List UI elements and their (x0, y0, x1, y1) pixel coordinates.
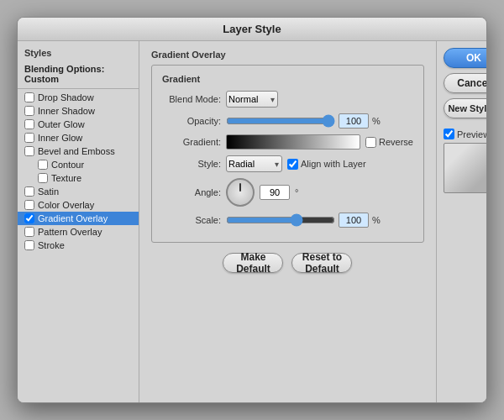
scale-slider[interactable] (226, 214, 335, 226)
align-layer-text: Align with Layer (301, 159, 366, 169)
sidebar-item-bevel-emboss[interactable]: Bevel and Emboss (18, 144, 139, 158)
drop-shadow-label[interactable]: Drop Shadow (38, 92, 94, 102)
blend-mode-label: Blend Mode: (162, 94, 221, 104)
opacity-row: Opacity: % (162, 113, 413, 129)
sidebar-item-texture[interactable]: Texture (18, 171, 139, 185)
right-panel: OK Cancel New Style... Preview (436, 41, 487, 402)
preview-text: Preview (457, 129, 487, 139)
sidebar-item-drop-shadow[interactable]: Drop Shadow (18, 91, 139, 104)
dialog-title: Layer Style (18, 18, 486, 41)
angle-input[interactable] (260, 185, 290, 200)
section-title: Gradient Overlay (151, 50, 424, 60)
blend-mode-select-wrapper: Normal Dissolve Multiply Screen Overlay (226, 91, 278, 108)
preview-box (444, 143, 487, 193)
blend-mode-select[interactable]: Normal Dissolve Multiply Screen Overlay (226, 91, 278, 108)
sidebar-item-stroke[interactable]: Stroke (18, 239, 139, 252)
inner-glow-checkbox[interactable] (24, 133, 34, 143)
align-layer-label[interactable]: Align with Layer (287, 159, 366, 170)
bevel-emboss-checkbox[interactable] (24, 146, 34, 156)
reverse-checkbox-label[interactable]: Reverse (365, 137, 413, 148)
style-select[interactable]: Linear Radial Angle Reflected Diamond (226, 155, 282, 172)
styles-title: Styles (18, 45, 139, 61)
outer-glow-checkbox[interactable] (24, 119, 34, 129)
gradient-section-box: Gradient Blend Mode: Normal Dissolve Mul… (151, 65, 424, 243)
texture-label[interactable]: Texture (51, 173, 81, 183)
left-panel: Styles Blending Options: Custom Drop Sha… (18, 41, 139, 402)
style-row: Style: Linear Radial Angle Reflected Dia… (162, 155, 413, 172)
sidebar-item-gradient-overlay[interactable]: Gradient Overlay (18, 212, 139, 225)
scale-label: Scale: (162, 215, 221, 225)
satin-label[interactable]: Satin (38, 186, 59, 197)
angle-dial-line (239, 183, 241, 192)
gradient-overlay-label[interactable]: Gradient Overlay (38, 213, 108, 223)
preview-container: Preview (444, 129, 487, 193)
layer-style-dialog: Layer Style Styles Blending Options: Cus… (17, 17, 487, 403)
divider (18, 88, 139, 89)
sidebar-item-outer-glow[interactable]: Outer Glow (18, 118, 139, 131)
blending-options-label[interactable]: Blending Options: Custom (18, 61, 139, 87)
align-layer-checkbox[interactable] (287, 159, 298, 170)
dialog-body: Styles Blending Options: Custom Drop Sha… (18, 41, 486, 402)
sidebar-item-pattern-overlay[interactable]: Pattern Overlay (18, 225, 139, 239)
opacity-input[interactable] (339, 113, 369, 129)
reverse-label: Reverse (379, 137, 413, 147)
stroke-checkbox[interactable] (24, 240, 34, 250)
angle-unit: ° (295, 187, 298, 197)
contour-label[interactable]: Contour (51, 160, 84, 170)
pattern-overlay-checkbox[interactable] (24, 227, 34, 237)
gradient-row: Gradient: Reverse (162, 134, 413, 150)
gradient-bar[interactable] (226, 134, 360, 150)
new-style-button[interactable]: New Style... (444, 98, 487, 118)
sidebar-item-color-overlay[interactable]: Color Overlay (18, 198, 139, 212)
sidebar-item-inner-shadow[interactable]: Inner Shadow (18, 104, 139, 118)
satin-checkbox[interactable] (24, 186, 34, 197)
outer-glow-label[interactable]: Outer Glow (38, 119, 85, 129)
scale-slider-container: % (226, 213, 381, 228)
gradient-sub-title: Gradient (162, 74, 413, 84)
style-select-wrapper: Linear Radial Angle Reflected Diamond (226, 155, 282, 172)
style-label: Style: (162, 159, 221, 169)
action-buttons: Make Default Reset to Default (151, 253, 424, 273)
inner-shadow-checkbox[interactable] (24, 106, 34, 116)
reset-to-default-button[interactable]: Reset to Default (291, 253, 352, 273)
color-overlay-label[interactable]: Color Overlay (38, 200, 94, 210)
bevel-emboss-label[interactable]: Bevel and Emboss (38, 146, 115, 156)
inner-shadow-label[interactable]: Inner Shadow (38, 106, 95, 116)
angle-dial[interactable] (226, 178, 255, 207)
inner-glow-label[interactable]: Inner Glow (38, 133, 82, 143)
angle-row: Angle: ° (162, 178, 413, 207)
preview-label: Preview (444, 129, 487, 139)
main-panel: Gradient Overlay Gradient Blend Mode: No… (139, 41, 436, 402)
preview-checkbox[interactable] (444, 129, 454, 139)
sidebar-item-inner-glow[interactable]: Inner Glow (18, 131, 139, 144)
reverse-checkbox[interactable] (365, 137, 376, 148)
cancel-button[interactable]: Cancel (444, 73, 487, 93)
make-default-button[interactable]: Make Default (223, 253, 283, 273)
stroke-label[interactable]: Stroke (38, 240, 65, 250)
sidebar-item-satin[interactable]: Satin (18, 185, 139, 198)
scale-input[interactable] (339, 213, 369, 228)
contour-checkbox[interactable] (38, 160, 48, 170)
angle-label: Angle: (162, 187, 221, 197)
pattern-overlay-label[interactable]: Pattern Overlay (38, 227, 102, 237)
gradient-label: Gradient: (162, 137, 221, 147)
sidebar-item-contour[interactable]: Contour (18, 158, 139, 171)
opacity-unit: % (372, 116, 381, 126)
opacity-label: Opacity: (162, 116, 221, 126)
scale-row: Scale: % (162, 213, 413, 228)
opacity-slider-container: % (226, 113, 381, 129)
color-overlay-checkbox[interactable] (24, 200, 34, 210)
ok-button[interactable]: OK (444, 48, 487, 68)
texture-checkbox[interactable] (38, 173, 48, 183)
gradient-overlay-checkbox[interactable] (24, 213, 34, 223)
scale-unit: % (372, 215, 381, 225)
opacity-slider[interactable] (226, 115, 335, 127)
drop-shadow-checkbox[interactable] (24, 92, 34, 102)
blend-mode-row: Blend Mode: Normal Dissolve Multiply Scr… (162, 91, 413, 108)
